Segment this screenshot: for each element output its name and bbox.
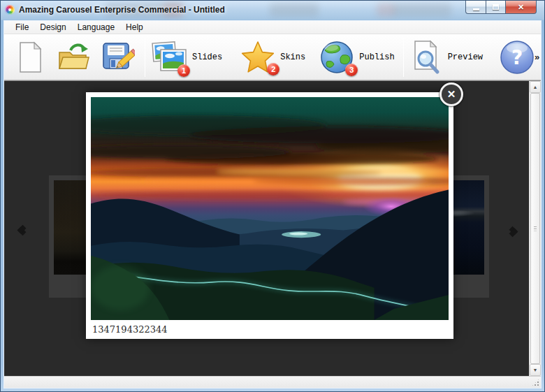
statusbar bbox=[4, 376, 541, 388]
menu-file[interactable]: File bbox=[10, 21, 34, 34]
titlebar[interactable]: Amazing Carousel Enterprise Commercial -… bbox=[1, 1, 544, 20]
scrollbar-thumb[interactable] bbox=[530, 93, 540, 364]
carousel-next-arrow[interactable] bbox=[503, 222, 521, 240]
open-button[interactable] bbox=[57, 41, 90, 74]
vertical-scrollbar[interactable]: ▲ ▼ bbox=[529, 81, 541, 376]
app-logo-swirl-icon bbox=[5, 5, 15, 15]
application-window: Amazing Carousel Enterprise Commercial -… bbox=[0, 0, 545, 392]
save-floppy-icon bbox=[101, 41, 135, 74]
content-area: 1347194322344 ✕ ▲ ▼ bbox=[4, 80, 541, 376]
maximize-button[interactable] bbox=[486, 1, 505, 14]
help-question-icon: ? bbox=[500, 40, 535, 75]
slides-badge: 1 bbox=[177, 64, 190, 77]
chevron-right-icon bbox=[507, 226, 518, 237]
minimize-icon bbox=[473, 8, 479, 10]
glass-reflection bbox=[377, 3, 395, 17]
close-icon: ✕ bbox=[518, 3, 524, 12]
arrow-down-icon: ▼ bbox=[533, 368, 538, 372]
open-folder-icon bbox=[57, 41, 90, 74]
publish-button[interactable]: 3 Publish bbox=[319, 40, 394, 75]
lightbox-popup: 1347194322344 ✕ bbox=[86, 92, 453, 339]
glass-reflection bbox=[270, 3, 319, 17]
menu-design[interactable]: Design bbox=[34, 21, 71, 34]
publish-badge: 3 bbox=[345, 64, 358, 76]
toolbar-overflow-chevron[interactable]: » bbox=[535, 52, 539, 62]
glass-reflection bbox=[392, 3, 451, 17]
menubar: File Design Language Help bbox=[4, 21, 541, 34]
toolbar-separator bbox=[403, 38, 404, 77]
carousel-prev-arrow[interactable] bbox=[13, 221, 31, 239]
carousel-preview-canvas: 1347194322344 ✕ bbox=[4, 81, 529, 376]
slides-button[interactable]: 1 Slides bbox=[151, 40, 222, 75]
window-controls: ✕ bbox=[465, 1, 537, 14]
lightbox-photo-sunset-mountains[interactable] bbox=[91, 97, 449, 320]
publish-label: Publish bbox=[359, 52, 394, 62]
app-body: File Design Language Help bbox=[3, 20, 542, 389]
close-icon: ✕ bbox=[447, 88, 456, 101]
skins-star-icon: 2 bbox=[240, 41, 275, 74]
preview-magnifier-icon bbox=[409, 40, 443, 75]
close-window-button[interactable]: ✕ bbox=[505, 1, 537, 14]
toolbar-separator bbox=[145, 38, 145, 77]
scroll-up-button[interactable]: ▲ bbox=[530, 81, 541, 93]
preview-label: Preview bbox=[448, 52, 483, 62]
menu-language[interactable]: Language bbox=[72, 21, 120, 34]
toolbar: 1 Slides 2 Skins bbox=[4, 34, 541, 80]
publish-globe-icon: 3 bbox=[319, 40, 354, 75]
svg-text:?: ? bbox=[511, 46, 523, 69]
lightbox-close-button[interactable]: ✕ bbox=[439, 82, 463, 106]
lightbox-caption: 1347194322344 bbox=[91, 320, 449, 339]
slides-label: Slides bbox=[192, 52, 222, 62]
chevron-left-icon bbox=[17, 224, 28, 235]
skins-badge: 2 bbox=[267, 63, 279, 75]
skins-label: Skins bbox=[280, 52, 305, 62]
scrollbar-grip-icon bbox=[534, 226, 537, 231]
arrow-up-icon: ▲ bbox=[533, 85, 538, 89]
window-title: Amazing Carousel Enterprise Commercial -… bbox=[19, 5, 225, 15]
maximize-icon bbox=[493, 4, 499, 10]
skins-button[interactable]: 2 Skins bbox=[240, 41, 305, 74]
new-button[interactable] bbox=[16, 41, 44, 73]
new-document-icon bbox=[16, 41, 44, 73]
slides-photos-icon: 1 bbox=[151, 40, 187, 75]
scroll-down-button[interactable]: ▼ bbox=[530, 364, 541, 376]
preview-button[interactable]: Preview bbox=[409, 40, 483, 75]
save-button[interactable] bbox=[101, 41, 135, 74]
resize-grip[interactable] bbox=[531, 378, 540, 387]
menu-help[interactable]: Help bbox=[120, 21, 149, 34]
help-button[interactable]: ? bbox=[500, 40, 535, 75]
minimize-button[interactable] bbox=[465, 1, 486, 14]
